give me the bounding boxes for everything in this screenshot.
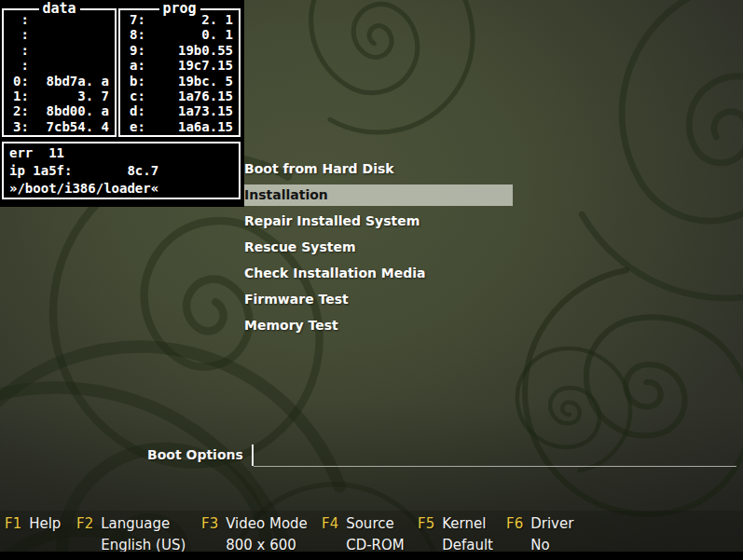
debug-data-row: 1:3. 7	[4, 89, 115, 103]
debug-prog-row: e:1a6a.15	[120, 119, 239, 134]
debug-prog-row: c:1a76.15	[120, 89, 239, 103]
fkey-source-key: F4	[322, 515, 338, 532]
debug-error-line: err 11	[4, 144, 239, 162]
fkey-source[interactable]: F4 Source CD-ROM	[322, 515, 405, 553]
debug-ip-line: ip 1a5f: 8c.7	[4, 162, 239, 180]
debug-prog-row: d:1a73.15	[120, 103, 239, 118]
fkey-video-mode-label: Video Mode	[226, 515, 308, 532]
fkey-language[interactable]: F2 Language English (US)	[76, 515, 186, 553]
menu-item-boot-from-hard-disk[interactable]: Boot from Hard Disk	[240, 158, 513, 180]
menu-item-check-installation-media[interactable]: Check Installation Media	[240, 263, 513, 284]
debug-prog-row: 9:19b0.55	[120, 43, 239, 58]
fkey-help[interactable]: F1 Help	[5, 515, 61, 537]
debug-data-row: 0:8bd7a. a	[4, 74, 115, 89]
debug-data-box: data : : : : 0:8bd7a. a 1:3. 7 2:8bd00. …	[2, 8, 117, 137]
boot-options-input[interactable]	[254, 446, 736, 467]
boot-options-label: Boot Options	[147, 447, 243, 462]
debug-data-row: :	[4, 27, 115, 42]
fkey-driver-key: F6	[506, 515, 523, 532]
debug-data-title: data	[38, 1, 79, 17]
boot-menu: Boot from Hard Disk Installation Repair …	[240, 158, 513, 341]
fkey-driver-label: Driver	[530, 515, 573, 532]
bottom-black-strip	[0, 552, 743, 560]
fkey-help-label: Help	[29, 515, 61, 532]
fkey-video-mode[interactable]: F3 Video Mode 800 x 600	[201, 515, 308, 553]
debug-panel: data : : : : 0:8bd7a. a 1:3. 7 2:8bd00. …	[0, 0, 244, 207]
debug-data-row: :	[4, 58, 115, 73]
menu-item-rescue-system[interactable]: Rescue System	[240, 237, 513, 258]
fkey-help-key: F1	[5, 515, 21, 532]
fkey-source-label: Source	[346, 515, 405, 532]
debug-status-box: err 11 ip 1a5f: 8c.7 »/boot/i386/loader«	[2, 142, 241, 199]
menu-item-installation[interactable]: Installation	[240, 184, 513, 206]
debug-data-row: 3:7cb54. 4	[4, 119, 115, 134]
fkey-kernel[interactable]: F5 Kernel Default	[418, 515, 493, 553]
debug-prog-box: prog 7:2. 1 8:0. 1 9:19b0.55 a:19c7.15 b…	[118, 8, 241, 137]
menu-item-memory-test[interactable]: Memory Test	[240, 315, 513, 336]
menu-item-repair-installed-system[interactable]: Repair Installed System	[240, 211, 513, 232]
debug-data-row: :	[4, 43, 115, 58]
debug-data-row: 2:8bd00. a	[4, 103, 115, 118]
debug-prog-row: a:19c7.15	[120, 58, 239, 73]
fkey-language-label: Language	[101, 515, 186, 532]
fkey-kernel-key: F5	[418, 515, 434, 532]
fkey-language-key: F2	[76, 515, 93, 532]
debug-prog-title: prog	[158, 1, 200, 17]
fkey-kernel-label: Kernel	[442, 515, 493, 532]
debug-prog-row: 8:0. 1	[120, 27, 239, 42]
fkey-driver[interactable]: F6 Driver No	[506, 515, 573, 553]
debug-prog-row: b:19bc. 5	[120, 74, 239, 89]
debug-loader-path-line: »/boot/i386/loader«	[4, 180, 239, 198]
fkey-video-mode-key: F3	[201, 515, 218, 532]
function-key-bar: F1 Help F2 Language English (US) F3 Vide…	[0, 511, 743, 552]
menu-item-firmware-test[interactable]: Firmware Test	[240, 289, 513, 310]
